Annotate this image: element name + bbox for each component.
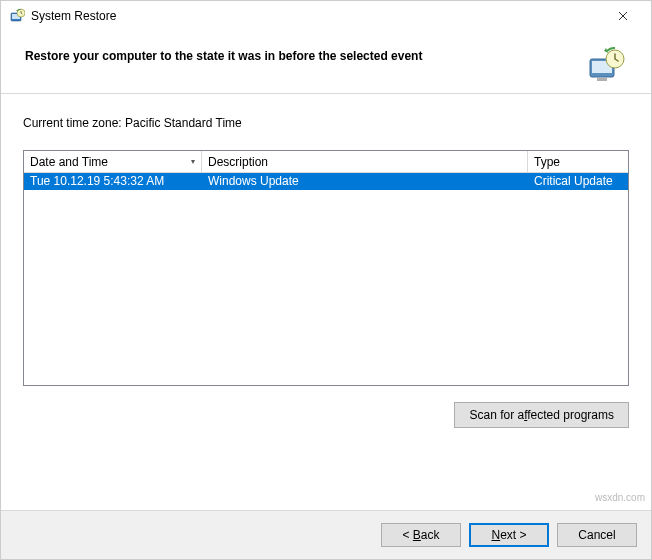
close-button[interactable] [603, 2, 643, 30]
table-row[interactable] [24, 190, 628, 207]
back-button[interactable]: < Back [381, 523, 461, 547]
table-row[interactable] [24, 309, 628, 326]
table-row[interactable]: Tue 10.12.19 5:43:32 AM Windows Update C… [24, 173, 628, 190]
wizard-header: Restore your computer to the state it wa… [1, 31, 651, 93]
table-row[interactable] [24, 292, 628, 309]
table-row[interactable] [24, 343, 628, 360]
table-row[interactable] [24, 258, 628, 275]
table-header: Date and Time ▾ Description Type [24, 151, 628, 173]
timezone-value: Pacific Standard Time [125, 116, 242, 130]
cancel-button[interactable]: Cancel [557, 523, 637, 547]
table-body: Tue 10.12.19 5:43:32 AM Windows Update C… [24, 173, 628, 377]
timezone-label: Current time zone: Pacific Standard Time [23, 116, 629, 130]
restore-points-table[interactable]: Date and Time ▾ Description Type Tue 10.… [23, 150, 629, 386]
table-row[interactable] [24, 241, 628, 258]
table-row[interactable] [24, 207, 628, 224]
wizard-content: Current time zone: Pacific Standard Time… [1, 93, 651, 428]
window-title: System Restore [31, 9, 603, 23]
column-header-date[interactable]: Date and Time ▾ [24, 151, 202, 173]
scan-row: Scan for affected programs [23, 386, 629, 428]
cell-description: Windows Update [202, 173, 528, 190]
table-row[interactable] [24, 275, 628, 292]
next-button[interactable]: Next > [469, 523, 549, 547]
watermark: wsxdn.com [595, 492, 645, 503]
page-title: Restore your computer to the state it wa… [25, 45, 585, 65]
timezone-prefix: Current time zone: [23, 116, 125, 130]
column-header-description[interactable]: Description [202, 151, 528, 173]
titlebar: System Restore [1, 1, 651, 31]
column-header-type[interactable]: Type [528, 151, 628, 173]
wizard-footer: < Back Next > Cancel [1, 510, 651, 559]
restore-hero-icon [585, 45, 627, 87]
table-row[interactable] [24, 224, 628, 241]
system-restore-icon [9, 8, 25, 24]
cell-date: Tue 10.12.19 5:43:32 AM [24, 173, 202, 190]
sort-indicator-desc-icon: ▾ [191, 157, 195, 166]
cell-type: Critical Update [528, 173, 628, 190]
table-row[interactable] [24, 326, 628, 343]
table-row[interactable] [24, 360, 628, 377]
svg-rect-6 [597, 78, 607, 81]
scan-affected-programs-button[interactable]: Scan for affected programs [454, 402, 629, 428]
